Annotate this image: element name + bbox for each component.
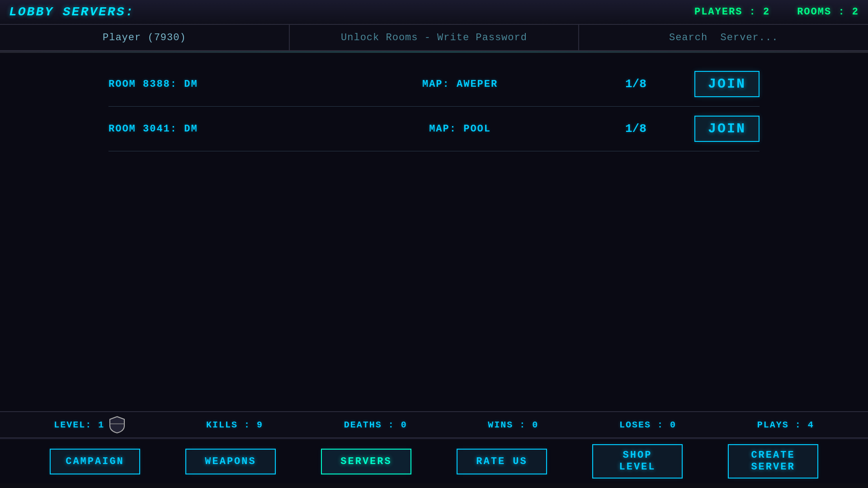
search-cell[interactable] [579, 25, 868, 50]
loses-stat: LOSES : 0 [619, 420, 676, 430]
create-server-line2: SERVER [751, 461, 795, 473]
campaign-button[interactable]: CAMPAIGN [50, 449, 140, 474]
bottom-nav: CAMPAIGN WEAPONS SERVERS RATE US SHOP LE… [0, 438, 868, 483]
rate-us-button[interactable]: RATE US [457, 449, 547, 474]
room-players: 1/8 [577, 77, 694, 91]
top-header: LOBBY SERVERS: PLAYERS : 2 ROOMS : 2 [0, 0, 868, 25]
second-row: Player (7930) [0, 25, 868, 51]
join-button[interactable]: JOIN [694, 71, 760, 97]
player-name-cell: Player (7930) [0, 25, 290, 50]
shop-level-button[interactable]: SHOP LEVEL [592, 444, 683, 479]
weapons-button[interactable]: WEAPONS [185, 449, 276, 474]
player-name-label: Player (7930) [103, 32, 186, 43]
players-count: PLAYERS : 2 [694, 6, 770, 18]
shop-level-line2: LEVEL [619, 461, 656, 473]
password-cell[interactable] [290, 25, 580, 50]
lobby-title: LOBBY SERVERS: [9, 5, 134, 19]
table-row: ROOM 8388: DM MAP: AWEPER 1/8 JOIN [108, 62, 760, 107]
room-map: MAP: AWEPER [343, 79, 577, 90]
room-name: ROOM 3041: DM [108, 123, 343, 135]
table-row: ROOM 3041: DM MAP: POOL 1/8 JOIN [108, 107, 760, 151]
level-stat: LEVEL: 1 [54, 416, 125, 434]
servers-button[interactable]: SERVERS [321, 449, 411, 474]
join-button[interactable]: JOIN [694, 116, 760, 142]
create-server-line1: CREATE [751, 450, 795, 461]
room-players: 1/8 [577, 122, 694, 136]
kills-stat: KILLS : 9 [206, 420, 263, 430]
main-content: ROOM 8388: DM MAP: AWEPER 1/8 JOIN ROOM … [0, 53, 868, 411]
level-label: LEVEL: 1 [54, 420, 104, 430]
stats-bar: LEVEL: 1 KILLS : 9 DEATHS : 0 WINS : 0 L… [0, 411, 868, 438]
shop-level-line1: SHOP [623, 450, 652, 461]
create-server-button[interactable]: CREATE SERVER [728, 444, 818, 479]
search-input[interactable] [579, 32, 868, 43]
plays-stat: PLAYS : 4 [757, 420, 814, 430]
deaths-stat: DEATHS : 0 [344, 420, 407, 430]
password-input[interactable] [290, 32, 579, 43]
header-stats: PLAYERS : 2 ROOMS : 2 [694, 6, 859, 18]
shield-icon [109, 416, 125, 434]
room-list: ROOM 8388: DM MAP: AWEPER 1/8 JOIN ROOM … [108, 62, 760, 151]
wins-stat: WINS : 0 [488, 420, 538, 430]
room-name: ROOM 8388: DM [108, 79, 343, 90]
rooms-count: ROOMS : 2 [797, 6, 859, 18]
room-map: MAP: POOL [343, 123, 577, 135]
